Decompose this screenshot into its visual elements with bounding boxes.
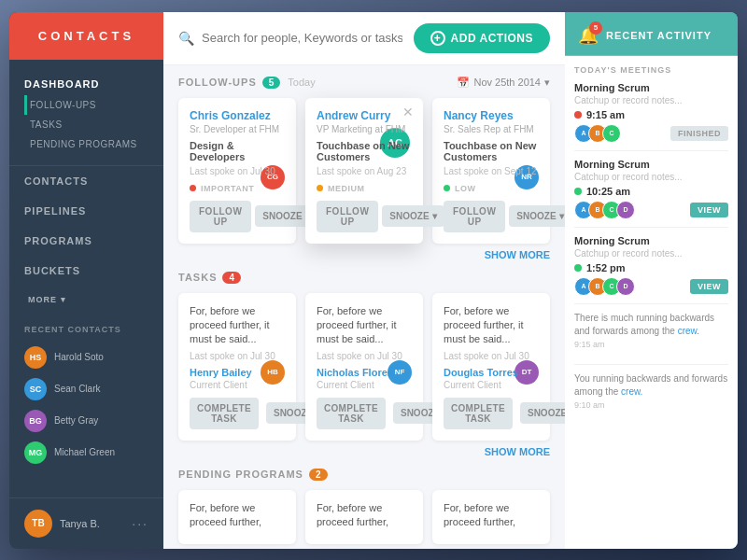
complete-task-button[interactable]: COMPLETE TASK [444, 398, 513, 429]
contact-name: Chris Gonzalez [190, 109, 285, 122]
time-text: 9:15 am [586, 109, 625, 120]
task-card-actions: COMPLETE TASK SNOOZE ▾ [317, 398, 412, 429]
user-avatar: TB [24, 510, 52, 538]
follow-up-button[interactable]: FOLLOW UP [444, 201, 505, 232]
pending-program-card-3: For, before we proceed further, [432, 490, 550, 545]
time-text: 1:52 pm [586, 262, 626, 273]
task-card-douglas: For, before we proceed further, it must … [432, 293, 550, 441]
meeting-avatars: A B C D [574, 277, 635, 296]
avatar: SC [24, 378, 47, 400]
right-panel: 🔔 5 RECENT ACTIVITY TODAY'S MEETINGS Mor… [565, 12, 738, 549]
sidebar-item-programs[interactable]: PROGRAMS [9, 226, 163, 256]
date-picker[interactable]: 📅 Nov 25th 2014 ▾ [457, 77, 550, 89]
task-date: Last spoke on Jul 30 [444, 351, 539, 361]
search-container: 🔍 [178, 31, 402, 46]
add-actions-button[interactable]: + ADD ACTIONS [414, 23, 550, 53]
time-text: 10:25 am [586, 186, 630, 197]
follow-up-button[interactable]: FOLLOW UP [190, 201, 251, 232]
follow-ups-title: FOLLOW-UPS [178, 77, 257, 88]
contact-name: Andrew Curry [317, 109, 412, 122]
meeting-time-row: 9:15 am [574, 109, 728, 120]
program-text: For, before we proceed further, [444, 501, 539, 530]
sidebar-item-buckets[interactable]: BUCKETS [9, 256, 163, 286]
pending-programs-cards: For, before we proceed further, For, bef… [178, 490, 550, 545]
tasks-show-more[interactable]: SHOW MORE [178, 446, 550, 457]
task-description: For, before we proceed further, it must … [190, 304, 285, 347]
card-actions: FOLLOW UP SNOOZE ▾ [317, 201, 412, 232]
meeting-name: Morning Scrum [574, 235, 728, 246]
meeting-status-button[interactable]: FINISHED [670, 126, 728, 141]
follow-up-card-andrew: ✕ Andrew Curry VP Marketing at FHM Touch… [305, 98, 423, 244]
search-icon: 🔍 [178, 31, 194, 46]
follow-ups-show-more[interactable]: SHOW MORE [178, 249, 550, 260]
complete-task-button[interactable]: COMPLETE TASK [317, 398, 386, 429]
contact-role: Sr. Developer at FHM [190, 124, 285, 134]
sidebar-item-pipelines[interactable]: PIPELINES [9, 196, 163, 226]
sidebar-item-pending-programs[interactable]: PENDING PROGRAMS [9, 134, 163, 154]
sidebar-item-follow-ups[interactable]: FOLLOW-UPS [9, 95, 163, 115]
last-spoke-date: Last spoke on Aug 23 [317, 166, 412, 176]
todays-meetings-title: TODAY'S MEETINGS [574, 65, 728, 75]
priority-dot [317, 185, 323, 191]
meeting-name: Morning Scrum [574, 159, 728, 170]
priority-dot [190, 185, 196, 191]
main-body: FOLLOW-UPS 5 Today 📅 Nov 25th 2014 ▾ Chr… [163, 65, 565, 549]
status-dot [574, 111, 582, 119]
contact-name: Michael Green [54, 447, 115, 457]
recent-contact-michael[interactable]: MG Michael Green [9, 437, 163, 469]
card-actions: FOLLOW UP SNOOZE ▾ [190, 201, 285, 232]
sidebar-dashboard-label: DASHBOARD [9, 71, 163, 95]
follow-up-button[interactable]: FOLLOW UP [317, 201, 378, 232]
recent-contacts-title: RECENT CONTACTS [9, 325, 163, 342]
snooze-button[interactable]: SNOOZE ▾ [382, 205, 444, 227]
contact-name: Harold Soto [54, 352, 104, 362]
meeting-card-3: Morning Scrum Catchup or record notes...… [574, 235, 728, 304]
close-icon[interactable]: ✕ [402, 105, 414, 119]
snooze-button[interactable]: SNOOZE ▾ [509, 205, 565, 227]
avatar: HB [261, 360, 285, 385]
follow-up-card-nancy: Nancy Reyes Sr. Sales Rep at FHM Touchba… [432, 98, 550, 244]
task-description: For, before we proceed further, it must … [444, 304, 539, 347]
pending-programs-badge: 2 [309, 469, 328, 481]
program-text: For, before we proceed further, [317, 501, 412, 530]
contact-name: Sean Clark [54, 384, 100, 394]
recent-contact-betty[interactable]: BG Betty Gray [9, 405, 163, 437]
recent-contact-sean[interactable]: SC Sean Clark [9, 373, 163, 405]
task-card-actions: COMPLETE TASK SNOOZE ▾ [444, 398, 539, 429]
tasks-cards: For, before we proceed further, it must … [178, 293, 550, 441]
contact-name: Nancy Reyes [444, 109, 539, 122]
snooze-button[interactable]: SNOOZE ▾ [520, 402, 565, 424]
meeting-status-button[interactable]: VIEW [690, 203, 728, 217]
sidebar-item-more[interactable]: MORE ▾ [9, 286, 163, 314]
status-dot [574, 264, 582, 272]
recent-contact-harold[interactable]: HS Harold Soto [9, 342, 163, 373]
complete-task-button[interactable]: COMPLETE TASK [190, 398, 259, 429]
tasks-title: TASKS [178, 272, 217, 283]
sidebar-item-contacts[interactable]: CONTACTS [9, 166, 163, 196]
chevron-down-icon: ▾ [61, 295, 66, 304]
recent-contacts-section: RECENT CONTACTS HS Harold Soto SC Sean C… [9, 314, 163, 480]
search-input[interactable] [202, 31, 402, 45]
priority-label: MEDIUM [328, 184, 365, 193]
task-date: Last spoke on Jul 30 [317, 351, 412, 361]
priority-label: IMPORTANT [201, 184, 254, 193]
bell-icon-wrap: 🔔 5 [578, 25, 599, 46]
avatar: MG [24, 441, 47, 464]
today-label: Today [288, 77, 315, 88]
task-description: For, before we proceed further, it must … [317, 304, 412, 347]
meeting-time-row: 1:52 pm [574, 262, 728, 273]
priority-dot [444, 185, 450, 191]
activity-link[interactable]: crew. [678, 326, 699, 336]
more-options-icon[interactable]: ··· [132, 516, 148, 531]
pending-program-card-2: For, before we proceed further, [305, 490, 423, 545]
sidebar-item-tasks[interactable]: TASKS [9, 115, 163, 134]
activity-text: There is much running backwards and forw… [574, 312, 728, 338]
meeting-time: 9:15 am [574, 109, 625, 120]
card-actions: FOLLOW UP SNOOZE ▾ [444, 201, 539, 232]
meeting-status-button[interactable]: VIEW [690, 279, 728, 294]
task-card-actions: COMPLETE TASK SNOOZE ▾ [190, 398, 285, 429]
activity-time: 9:15 am [574, 340, 728, 349]
activity-link[interactable]: crew. [621, 386, 642, 397]
contact-role: Sr. Sales Rep at FHM [444, 124, 539, 134]
contact-role: VP Marketing at FHM [317, 124, 412, 134]
